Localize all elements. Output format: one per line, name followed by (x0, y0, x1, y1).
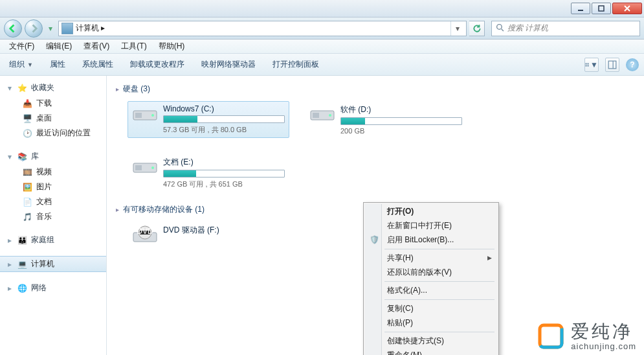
toolbar-controlpanel[interactable]: 打开控制面板 (269, 56, 323, 73)
sidebar-item-videos[interactable]: 🎞️视频 (0, 165, 106, 179)
svg-rect-8 (586, 65, 587, 66)
ctx-bitlocker[interactable]: 🛡️启用 BitLocker(B)... (365, 233, 497, 247)
ctx-prev-versions[interactable]: 还原以前的版本(V) (365, 265, 497, 279)
drive-e[interactable]: 文档 (E:) 472 GB 可用 , 共 651 GB (128, 154, 289, 192)
svg-point-14 (151, 114, 154, 117)
ctx-open-new-window[interactable]: 在新窗口中打开(E) (365, 218, 497, 233)
help-button[interactable]: ? (626, 58, 639, 71)
svg-point-4 (497, 24, 502, 29)
svg-rect-27 (540, 325, 562, 347)
collapse-icon: ▸ (116, 86, 119, 93)
drive-name: Windows7 (C:) (163, 104, 285, 113)
toolbar-properties[interactable]: 属性 (46, 56, 69, 73)
drive-dvd[interactable]: DVD DVD 驱动器 (F:) (128, 222, 289, 250)
sidebar-favorites[interactable]: ▾⭐收藏夹 (0, 80, 106, 96)
ctx-paste[interactable]: 粘贴(P) (365, 315, 497, 330)
svg-rect-19 (135, 165, 142, 170)
libraries-icon: 📚 (17, 152, 27, 162)
computer-icon: 💻 (17, 259, 27, 269)
group-header-hdd[interactable]: ▸硬盘 (3) (116, 81, 635, 97)
drive-info: 200 GB (340, 127, 462, 135)
collapse-icon: ▾ (6, 85, 13, 91)
drive-c[interactable]: Windows7 (C:) 57.3 GB 可用 , 共 80.0 GB (128, 101, 289, 138)
preview-pane-button[interactable] (605, 58, 619, 72)
nav-history-dropdown[interactable]: ▾ (45, 21, 56, 36)
toolbar-mapdrive[interactable]: 映射网络驱动器 (197, 56, 260, 73)
sidebar-item-pictures[interactable]: 🖼️图片 (0, 179, 106, 194)
shield-icon: 🛡️ (368, 234, 380, 246)
hdd-icon (309, 104, 335, 126)
documents-icon: 📄 (22, 197, 32, 207)
back-button[interactable] (4, 19, 22, 38)
maximize-button[interactable] (592, 3, 611, 14)
svg-rect-9 (588, 65, 589, 66)
logo-icon (537, 323, 564, 350)
toolbar-organize[interactable]: 组织▼ (5, 56, 37, 73)
watermark-name: 爱纯净 (571, 322, 636, 342)
expand-icon: ▸ (6, 285, 13, 292)
dvd-icon: DVD (132, 225, 158, 247)
menu-edit[interactable]: 编辑(E) (41, 40, 77, 53)
ctx-shortcut[interactable]: 创建快捷方式(S) (365, 334, 497, 348)
svg-rect-6 (586, 63, 587, 64)
sidebar-item-documents[interactable]: 📄文档 (0, 194, 106, 209)
menu-help[interactable]: 帮助(H) (153, 40, 190, 53)
svg-point-20 (151, 166, 154, 169)
usage-bar (340, 117, 462, 125)
menu-tools[interactable]: 工具(T) (116, 40, 151, 53)
svg-rect-16 (313, 113, 319, 118)
drive-info: 57.3 GB 可用 , 共 80.0 GB (163, 125, 285, 135)
sidebar-homegroup[interactable]: ▸👪家庭组 (0, 232, 106, 248)
watermark-url: aichunjing.com (571, 342, 636, 351)
svg-line-5 (502, 29, 504, 30)
ctx-copy[interactable]: 复制(C) (365, 301, 497, 315)
sidebar-network[interactable]: ▸🌐网络 (0, 280, 106, 296)
usage-bar (163, 170, 285, 178)
usage-fill (164, 170, 196, 177)
svg-rect-7 (588, 63, 589, 64)
ctx-format[interactable]: 格式化(A)... (365, 283, 497, 297)
ctx-share[interactable]: 共享(H) (365, 251, 497, 265)
sidebar-item-downloads[interactable]: 📥下载 (0, 96, 106, 111)
toolbar-sysprops[interactable]: 系统属性 (78, 56, 117, 73)
menubar: 文件(F) 编辑(E) 查看(V) 工具(T) 帮助(H) (0, 40, 644, 54)
menu-file[interactable]: 文件(F) (4, 40, 39, 53)
address-path: 计算机 ▸ (76, 23, 450, 34)
minimize-button[interactable] (571, 3, 590, 14)
collapse-icon: ▸ (116, 206, 119, 213)
expand-icon: ▸ (6, 237, 13, 244)
drive-name: 软件 (D:) (340, 104, 462, 115)
collapse-icon: ▾ (6, 154, 13, 160)
ctx-open[interactable]: 打开(O) (365, 204, 497, 218)
usage-bar (163, 115, 285, 123)
ctx-rename[interactable]: 重命名(M) (365, 348, 497, 355)
pictures-icon: 🖼️ (22, 182, 32, 192)
search-input[interactable]: 搜索 计算机 (491, 21, 640, 36)
sidebar-computer[interactable]: ▸💻计算机 (0, 256, 106, 272)
drive-d[interactable]: 软件 (D:) 200 GB (305, 101, 467, 138)
computer-icon (61, 23, 73, 34)
svg-point-17 (329, 114, 331, 117)
svg-rect-28 (540, 325, 562, 347)
sidebar-item-desktop[interactable]: 🖥️桌面 (0, 111, 106, 126)
sidebar-item-music[interactable]: 🎵音乐 (0, 209, 106, 224)
close-button[interactable] (612, 3, 642, 14)
address-combo-arrow[interactable]: ▾ (450, 21, 463, 36)
view-mode-button[interactable]: ▼ (584, 58, 599, 72)
hdd-icon (132, 157, 158, 179)
homegroup-icon: 👪 (17, 235, 27, 246)
toolbar: 组织▼ 属性 系统属性 卸载或更改程序 映射网络驱动器 打开控制面板 ▼ ? (0, 54, 644, 76)
toolbar-uninstall[interactable]: 卸载或更改程序 (126, 56, 188, 73)
navigation-pane: ▾⭐收藏夹 📥下载 🖥️桌面 🕑最近访问的位置 ▾📚库 🎞️视频 🖼️图片 📄文… (0, 76, 107, 355)
menu-view[interactable]: 查看(V) (78, 40, 115, 53)
forward-button[interactable] (25, 19, 43, 38)
sidebar-item-recent[interactable]: 🕑最近访问的位置 (0, 126, 106, 141)
svg-rect-1 (599, 6, 604, 11)
sidebar-libraries[interactable]: ▾📚库 (0, 148, 106, 165)
drive-name: 文档 (E:) (163, 157, 285, 168)
refresh-button[interactable] (469, 21, 485, 36)
context-menu: 打开(O) 在新窗口中打开(E) 🛡️启用 BitLocker(B)... 共享… (363, 202, 499, 355)
address-bar[interactable]: 计算机 ▸ ▾ (58, 21, 467, 36)
svg-text:DVD: DVD (137, 227, 153, 236)
search-placeholder: 搜索 计算机 (507, 23, 548, 34)
